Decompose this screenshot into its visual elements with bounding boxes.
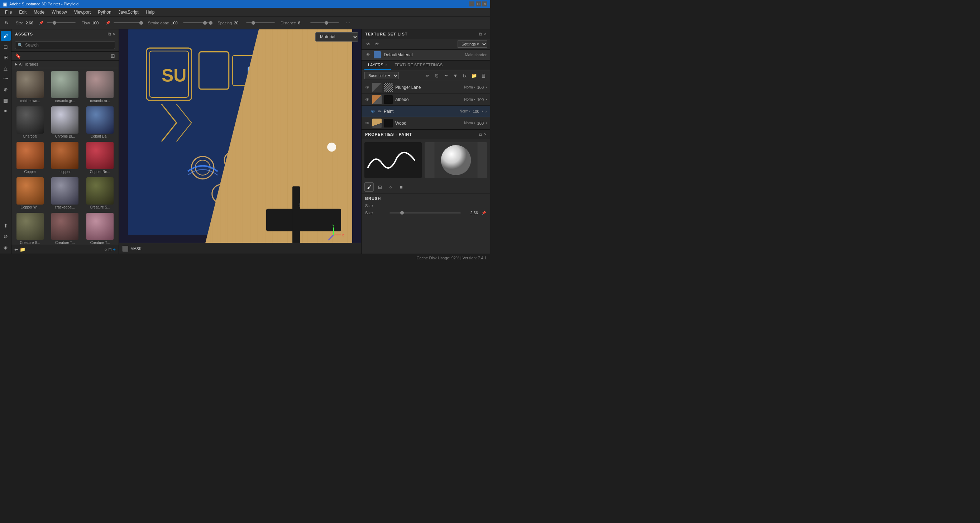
- spacing-slider[interactable]: [246, 22, 275, 23]
- tool-eraser[interactable]: ◻: [1, 41, 11, 52]
- asset-thumb: [16, 71, 44, 98]
- asset-label: Creature S...: [20, 241, 40, 245]
- layers-tab-close[interactable]: ×: [385, 63, 388, 67]
- asset-item[interactable]: Creature S...: [83, 176, 116, 210]
- asset-item[interactable]: Chrome Bl...: [49, 106, 82, 139]
- tab-layers[interactable]: LAYERS ×: [364, 60, 391, 70]
- tool-picker[interactable]: ✒: [1, 106, 11, 116]
- asset-item[interactable]: Cobalt Da...: [83, 106, 116, 139]
- asset-item[interactable]: ceramic-gr...: [49, 70, 82, 103]
- maximize-button[interactable]: □: [476, 2, 481, 6]
- menu-viewport[interactable]: Viewport: [71, 9, 94, 15]
- properties-close-btn[interactable]: ×: [484, 132, 487, 137]
- assets-close-btn[interactable]: ×: [113, 32, 115, 37]
- material-dropdown[interactable]: Material: [315, 32, 358, 41]
- prop-tab-color[interactable]: ■: [397, 182, 406, 192]
- assets-add-btn[interactable]: +: [113, 246, 116, 252]
- assets-grid-btn[interactable]: ⊞: [111, 53, 115, 59]
- tab-texture-set-settings[interactable]: TEXTURE SET SETTINGS: [391, 60, 446, 70]
- menu-file[interactable]: File: [2, 9, 16, 15]
- texture-set-close-btn[interactable]: ×: [484, 32, 487, 37]
- asset-item[interactable]: Creature S...: [14, 212, 46, 245]
- layer-albedo[interactable]: 👁 Albedo Norm ▾ 100 ▾: [361, 94, 490, 106]
- tool-bake[interactable]: ⊚: [1, 231, 11, 242]
- tool-fill[interactable]: ▩: [1, 95, 11, 105]
- flow-slider[interactable]: [114, 22, 142, 23]
- tool-clone[interactable]: ⊕: [1, 84, 11, 95]
- menu-window[interactable]: Window: [48, 9, 71, 15]
- layer-plunger-lane[interactable]: 👁 Plunger Lane Norm ▾ 100 ▾: [361, 81, 490, 94]
- size-pin-btn[interactable]: 📌: [38, 19, 45, 27]
- texture-set-item-default[interactable]: 👁 DefaultMaterial Main shader: [361, 50, 490, 60]
- layer-plunger-vis[interactable]: 👁: [364, 85, 370, 90]
- prop-tab-brush[interactable]: 🖌: [364, 182, 374, 192]
- asset-item[interactable]: Creature T...: [83, 212, 116, 245]
- paint-layer-vis[interactable]: 👁: [370, 109, 376, 114]
- toolbar-extra-btn[interactable]: ⋯: [345, 19, 352, 27]
- assets-float-btn[interactable]: ⧉: [108, 32, 111, 37]
- stroke-slider[interactable]: [183, 22, 212, 23]
- assets-circle-btn[interactable]: ○: [104, 246, 107, 252]
- layer-add-effects-btn[interactable]: fx: [461, 72, 469, 79]
- layer-add-mask-btn[interactable]: ✒: [442, 72, 450, 79]
- menu-edit[interactable]: Edit: [16, 9, 30, 15]
- properties-float-btn[interactable]: ⧉: [479, 132, 482, 137]
- asset-item[interactable]: Creature T...: [49, 212, 82, 245]
- flow-pin-btn[interactable]: 📌: [104, 19, 111, 27]
- menu-javascript[interactable]: JavaScript: [115, 9, 142, 15]
- layer-add-fill-btn[interactable]: ▼: [452, 72, 459, 79]
- asset-thumb: [16, 213, 44, 240]
- minimize-button[interactable]: −: [469, 2, 474, 6]
- distance-slider[interactable]: [310, 22, 339, 23]
- asset-item[interactable]: Copper: [14, 141, 46, 175]
- menu-help[interactable]: Help: [142, 9, 158, 15]
- tool-paint[interactable]: 🖌: [1, 31, 11, 41]
- menu-python[interactable]: Python: [94, 9, 115, 15]
- assets-filter-btn[interactable]: 🔖: [15, 53, 21, 59]
- blend-mode-dropdown[interactable]: Base color ▾: [364, 72, 399, 79]
- assets-folder-btn[interactable]: 📁: [20, 247, 25, 252]
- tool-geometry[interactable]: △: [1, 63, 11, 73]
- texture-set-vis-btn[interactable]: 👁: [365, 52, 371, 57]
- texture-set-float-btn[interactable]: ⧉: [479, 32, 482, 37]
- asset-item[interactable]: copper: [49, 141, 82, 175]
- asset-item[interactable]: Copper W...: [14, 176, 46, 210]
- brush-size-slider[interactable]: [390, 212, 461, 213]
- assets-doc-btn[interactable]: □: [108, 246, 111, 252]
- toolbar-rotate-icon[interactable]: ↻: [3, 19, 10, 27]
- layer-copy-btn[interactable]: ⎘: [433, 72, 441, 79]
- layer-delete-btn[interactable]: 🗑: [479, 72, 487, 79]
- layer-folder-btn[interactable]: 📁: [470, 72, 478, 79]
- tool-export[interactable]: ⬆: [1, 221, 11, 231]
- asset-item[interactable]: ceramic-ru...: [83, 70, 116, 103]
- layer-wood[interactable]: 👁 Wood Norm ▾ 100 ▾: [361, 117, 490, 129]
- svg-text:X: X: [342, 234, 344, 237]
- texture-set-view-btn2[interactable]: 👁: [373, 40, 381, 48]
- size-slider[interactable]: [47, 22, 76, 23]
- close-button[interactable]: ×: [482, 2, 487, 6]
- layer-albedo-mask: [384, 95, 393, 104]
- layer-wood-vis[interactable]: 👁: [364, 121, 370, 126]
- settings-dropdown[interactable]: Settings ▾: [458, 40, 487, 48]
- tool-projection[interactable]: ⊞: [1, 52, 11, 62]
- asset-item[interactable]: cabinet wo...: [14, 70, 46, 103]
- paint-sublayer[interactable]: 👁 ✏ Paint Norm ▾ 100 ▾ ×: [361, 106, 490, 117]
- search-input[interactable]: [25, 43, 113, 48]
- brush-size-pin[interactable]: 📌: [481, 210, 487, 216]
- prop-tab-texture[interactable]: ⊞: [375, 182, 385, 192]
- asset-item[interactable]: Copper Re...: [83, 141, 116, 175]
- viewport[interactable]: SU: [119, 29, 361, 254]
- paint-layer-close[interactable]: ×: [485, 109, 487, 114]
- layer-albedo-vis[interactable]: 👁: [364, 97, 370, 102]
- asset-thumb: [51, 142, 78, 169]
- prop-tab-material[interactable]: ○: [386, 182, 395, 192]
- texture-set-view-btn1[interactable]: 👁: [364, 40, 372, 48]
- tool-display[interactable]: ◈: [1, 242, 11, 252]
- breadcrumb-label[interactable]: All libraries: [19, 62, 38, 66]
- asset-item[interactable]: Charcoal: [14, 106, 46, 139]
- menu-mode[interactable]: Mode: [30, 9, 48, 15]
- layer-add-paint-btn[interactable]: ✏: [423, 72, 431, 79]
- asset-item[interactable]: crackedpai...: [49, 176, 82, 210]
- assets-send-btn[interactable]: ⬌: [14, 247, 18, 252]
- tool-smudge[interactable]: 〜: [1, 74, 11, 84]
